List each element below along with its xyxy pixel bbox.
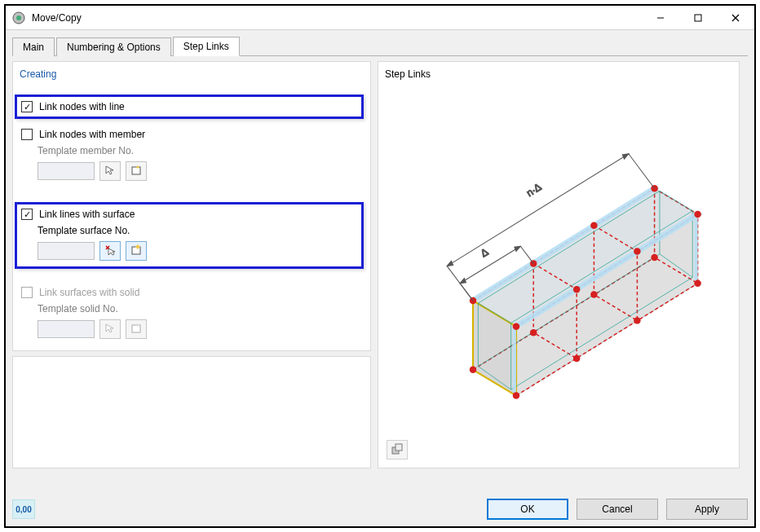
svg-marker-59 [622, 154, 628, 159]
units-format-button[interactable]: 0,00 [12, 499, 35, 519]
highlight-link-nodes-with-line: ✓ Link nodes with line [15, 95, 364, 119]
window-controls [642, 6, 754, 30]
svg-marker-33 [694, 214, 697, 284]
tab-strip: Main Numbering & Options Step Links [12, 37, 748, 56]
svg-rect-10 [132, 325, 140, 332]
svg-marker-53 [460, 278, 466, 283]
dim-delta: Δ [478, 245, 491, 259]
pick-cursor-icon [104, 165, 116, 178]
close-button[interactable] [717, 6, 754, 30]
app-icon [12, 11, 25, 24]
titlebar: Move/Copy [6, 6, 754, 30]
tab-step-links[interactable]: Step Links [173, 37, 240, 56]
tab-numbering-options[interactable]: Numbering & Options [56, 37, 171, 56]
pick-cursor-icon [104, 323, 116, 336]
svg-line-56 [447, 266, 473, 301]
group-link-nodes-member: Link nodes with member Template member N… [20, 127, 364, 181]
label-link-lines-surface: Link lines with surface [39, 209, 135, 220]
svg-point-48 [694, 280, 700, 287]
group-link-surfaces-solid: Link surfaces with solid Template solid … [20, 285, 364, 339]
checkbox-link-nodes-line[interactable]: ✓ [21, 101, 33, 112]
svg-marker-32 [513, 327, 516, 396]
svg-rect-3 [695, 15, 701, 21]
svg-rect-61 [395, 444, 402, 451]
pick-solid-button [99, 319, 121, 339]
checkbox-link-lines-surface[interactable]: ✓ [21, 209, 33, 220]
svg-marker-54 [515, 246, 520, 251]
tab-main[interactable]: Main [12, 37, 55, 56]
svg-point-36 [513, 392, 519, 398]
creating-panel: Creating ✓ Link nodes with line Lin [12, 61, 371, 351]
svg-point-41 [530, 329, 537, 336]
new-surface-button[interactable] [126, 241, 147, 261]
template-solid-no-label: Template solid No. [38, 303, 364, 314]
new-member-button[interactable] [126, 161, 147, 181]
units-format-text: 0,00 [15, 505, 31, 514]
template-member-no-label: Template member No. [38, 145, 364, 156]
svg-point-49 [651, 254, 657, 261]
preview-options-button[interactable] [387, 440, 408, 459]
svg-point-43 [634, 248, 640, 254]
new-item-icon [130, 323, 142, 336]
svg-point-39 [573, 286, 580, 292]
preview-options-icon [391, 443, 403, 457]
svg-point-47 [694, 211, 700, 218]
pick-cursor-icon [104, 244, 116, 258]
svg-point-44 [634, 317, 640, 323]
dialog-content: Main Numbering & Options Step Links Crea… [6, 30, 754, 526]
preview-panel: Step Links [378, 61, 740, 468]
minimize-button[interactable] [642, 6, 679, 30]
svg-point-45 [590, 291, 597, 297]
label-link-nodes-line: Link nodes with line [39, 101, 125, 112]
svg-marker-58 [447, 261, 453, 266]
checkbox-link-nodes-member[interactable] [21, 129, 33, 140]
new-solid-button [126, 319, 147, 339]
svg-point-40 [573, 355, 580, 362]
pick-member-button[interactable] [99, 161, 121, 181]
maximize-button[interactable] [679, 6, 717, 30]
label-link-surfaces-solid: Link surfaces with solid [39, 287, 139, 298]
svg-line-57 [629, 154, 655, 188]
svg-point-35 [513, 323, 519, 330]
preview-section-title: Step Links [385, 68, 732, 80]
highlight-link-lines-with-surface: ✓ Link lines with surface Template surfa… [15, 202, 364, 269]
dim-n-delta: n·Δ [524, 180, 545, 199]
template-member-no-input[interactable] [38, 162, 95, 180]
template-surface-no-input[interactable] [38, 242, 95, 260]
cancel-button[interactable]: Cancel [577, 499, 658, 520]
pick-surface-button[interactable] [99, 241, 121, 261]
svg-line-52 [520, 246, 533, 263]
creating-section-title: Creating [20, 68, 364, 80]
dialog-footer: 0,00 OK Cancel Apply [12, 499, 748, 520]
apply-button[interactable]: Apply [666, 499, 748, 520]
ok-button[interactable]: OK [487, 499, 568, 520]
svg-point-1 [16, 15, 21, 20]
checkbox-link-surfaces-solid [21, 287, 33, 298]
svg-point-42 [590, 222, 597, 229]
template-surface-no-label: Template surface No. [38, 225, 359, 236]
left-column: Creating ✓ Link nodes with line Lin [12, 61, 371, 468]
template-solid-no-input [38, 320, 95, 338]
label-link-nodes-member: Link nodes with member [39, 129, 145, 140]
svg-rect-6 [132, 167, 140, 174]
dialog-window: Move/Copy Main Numbering & Options Step … [4, 4, 756, 528]
step-links-preview: Δ n·Δ [387, 86, 732, 429]
new-item-icon [130, 165, 142, 178]
window-title: Move/Copy [32, 12, 642, 24]
svg-point-37 [470, 367, 476, 373]
new-item-icon [130, 244, 142, 258]
info-panel [12, 356, 371, 468]
